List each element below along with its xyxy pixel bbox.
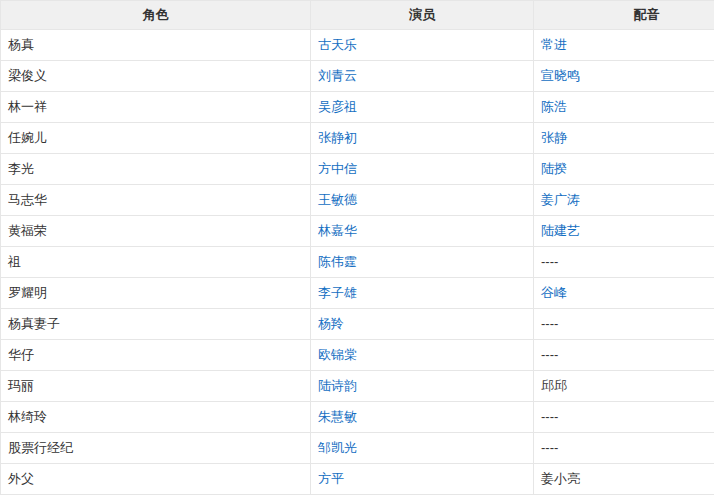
table-row: 祖陈伟霆---- [1, 247, 714, 278]
actor-link[interactable]: 方中信 [318, 161, 357, 176]
actor-link[interactable]: 欧锦棠 [318, 347, 357, 362]
actor-link[interactable]: 陆诗韵 [318, 378, 357, 393]
voice-cell: ---- [534, 433, 714, 464]
table-row: 马志华王敏德姜广涛 [1, 185, 714, 216]
role-cell: 外父 [1, 464, 311, 495]
voice-link[interactable]: 张静 [541, 130, 567, 145]
actor-link[interactable]: 吴彦祖 [318, 99, 357, 114]
table-row: 黄福荣林嘉华陆建艺 [1, 216, 714, 247]
role-cell: 黄福荣 [1, 216, 311, 247]
role-cell: 祖 [1, 247, 311, 278]
role-text: 杨真 [8, 37, 34, 52]
role-text: 罗耀明 [8, 285, 47, 300]
voice-text: ---- [541, 254, 558, 269]
actor-cell: 朱慧敏 [311, 402, 534, 433]
cast-table-body: 杨真古天乐常进梁俊义刘青云宣晓鸣林一祥吴彦祖陈浩任婉儿张静初张静李光方中信陆揆马… [1, 30, 714, 495]
role-cell: 玛丽 [1, 371, 311, 402]
voice-link[interactable]: 谷峰 [541, 285, 567, 300]
voice-link[interactable]: 常进 [541, 37, 567, 52]
table-row: 华仔欧锦棠---- [1, 340, 714, 371]
actor-cell: 刘青云 [311, 61, 534, 92]
actor-cell: 陆诗韵 [311, 371, 534, 402]
table-row: 外父方平姜小亮 [1, 464, 714, 495]
voice-cell: 宣晓鸣 [534, 61, 714, 92]
voice-cell: 陆揆 [534, 154, 714, 185]
actor-cell: 杨羚 [311, 309, 534, 340]
role-cell: 罗耀明 [1, 278, 311, 309]
voice-text: ---- [541, 347, 558, 362]
actor-cell: 方平 [311, 464, 534, 495]
header-role: 角色 [1, 1, 311, 30]
role-text: 黄福荣 [8, 223, 47, 238]
actor-link[interactable]: 杨羚 [318, 316, 344, 331]
actor-cell: 张静初 [311, 123, 534, 154]
voice-link[interactable]: 陈浩 [541, 99, 567, 114]
actor-cell: 陈伟霆 [311, 247, 534, 278]
role-cell: 杨真 [1, 30, 311, 61]
cast-table: 角色 演员 配音 杨真古天乐常进梁俊义刘青云宣晓鸣林一祥吴彦祖陈浩任婉儿张静初张… [0, 0, 714, 495]
actor-link[interactable]: 李子雄 [318, 285, 357, 300]
actor-cell: 吴彦祖 [311, 92, 534, 123]
table-row: 杨真妻子杨羚---- [1, 309, 714, 340]
voice-text: ---- [541, 316, 558, 331]
header-row: 角色 演员 配音 [1, 1, 714, 30]
voice-cell: 谷峰 [534, 278, 714, 309]
voice-link[interactable]: 姜广涛 [541, 192, 580, 207]
role-text: 外父 [8, 471, 34, 486]
role-text: 梁俊义 [8, 68, 47, 83]
cast-table-header: 角色 演员 配音 [1, 1, 714, 30]
voice-cell: 姜广涛 [534, 185, 714, 216]
role-text: 马志华 [8, 192, 47, 207]
table-row: 杨真古天乐常进 [1, 30, 714, 61]
role-cell: 华仔 [1, 340, 311, 371]
actor-cell: 欧锦棠 [311, 340, 534, 371]
role-cell: 股票行经纪 [1, 433, 311, 464]
header-actor: 演员 [311, 1, 534, 30]
voice-link[interactable]: 陆建艺 [541, 223, 580, 238]
actor-link[interactable]: 陈伟霆 [318, 254, 357, 269]
table-row: 玛丽陆诗韵邱邱 [1, 371, 714, 402]
role-text: 华仔 [8, 347, 34, 362]
voice-cell: 邱邱 [534, 371, 714, 402]
voice-cell: 陆建艺 [534, 216, 714, 247]
role-text: 股票行经纪 [8, 440, 73, 455]
actor-link[interactable]: 邹凯光 [318, 440, 357, 455]
actor-link[interactable]: 方平 [318, 471, 344, 486]
header-voice: 配音 [534, 1, 714, 30]
actor-link[interactable]: 古天乐 [318, 37, 357, 52]
voice-link[interactable]: 宣晓鸣 [541, 68, 580, 83]
role-cell: 林一祥 [1, 92, 311, 123]
role-cell: 任婉儿 [1, 123, 311, 154]
voice-cell: ---- [534, 402, 714, 433]
role-cell: 李光 [1, 154, 311, 185]
role-text: 李光 [8, 161, 34, 176]
voice-cell: ---- [534, 309, 714, 340]
role-cell: 梁俊义 [1, 61, 311, 92]
actor-link[interactable]: 张静初 [318, 130, 357, 145]
actor-link[interactable]: 刘青云 [318, 68, 357, 83]
actor-link[interactable]: 王敏德 [318, 192, 357, 207]
actor-cell: 邹凯光 [311, 433, 534, 464]
voice-cell: ---- [534, 247, 714, 278]
voice-cell: 张静 [534, 123, 714, 154]
table-row: 李光方中信陆揆 [1, 154, 714, 185]
role-cell: 马志华 [1, 185, 311, 216]
table-row: 林一祥吴彦祖陈浩 [1, 92, 714, 123]
voice-text: ---- [541, 440, 558, 455]
actor-link[interactable]: 林嘉华 [318, 223, 357, 238]
voice-cell: 常进 [534, 30, 714, 61]
table-row: 罗耀明李子雄谷峰 [1, 278, 714, 309]
role-text: 任婉儿 [8, 130, 47, 145]
actor-cell: 古天乐 [311, 30, 534, 61]
role-text: 林绮玲 [8, 409, 47, 424]
table-row: 林绮玲朱慧敏---- [1, 402, 714, 433]
voice-cell: ---- [534, 340, 714, 371]
voice-cell: 姜小亮 [534, 464, 714, 495]
actor-cell: 林嘉华 [311, 216, 534, 247]
actor-link[interactable]: 朱慧敏 [318, 409, 357, 424]
actor-cell: 李子雄 [311, 278, 534, 309]
voice-text: 姜小亮 [541, 471, 580, 486]
role-cell: 林绮玲 [1, 402, 311, 433]
voice-link[interactable]: 陆揆 [541, 161, 567, 176]
voice-text: ---- [541, 409, 558, 424]
